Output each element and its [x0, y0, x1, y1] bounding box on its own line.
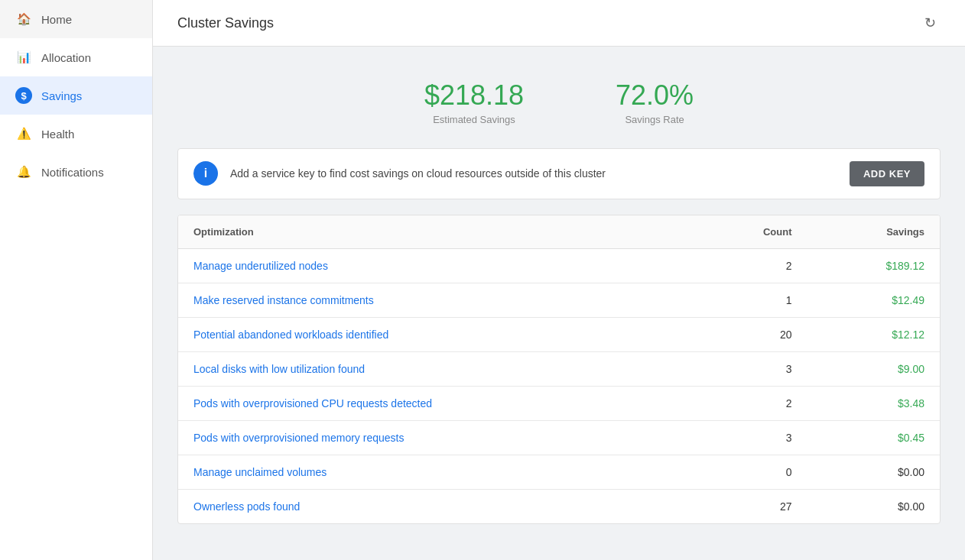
savings-rate-value: 72.0% — [616, 80, 694, 111]
cell-optimization[interactable]: Manage underutilized nodes — [178, 248, 694, 283]
cell-savings: $189.12 — [807, 248, 940, 283]
sidebar-item-notifications-label: Notifications — [41, 166, 104, 179]
cell-optimization[interactable]: Pods with overprovisioned memory request… — [178, 420, 694, 455]
optimization-link[interactable]: Pods with overprovisioned CPU requests d… — [193, 397, 432, 409]
estimated-savings-stat: $218.18 Estimated Savings — [424, 80, 524, 125]
col-header-optimization: Optimization — [178, 215, 694, 249]
cell-savings: $9.00 — [807, 351, 940, 386]
optimizations-table: Optimization Count Savings Manage underu… — [178, 215, 940, 523]
cell-count: 20 — [694, 317, 807, 351]
cell-savings: $12.12 — [807, 317, 940, 351]
table-header: Optimization Count Savings — [178, 215, 940, 249]
savings-rate-stat: 72.0% Savings Rate — [616, 80, 694, 125]
sidebar-item-allocation-label: Allocation — [41, 51, 91, 64]
optimization-link[interactable]: Pods with overprovisioned memory request… — [193, 432, 404, 444]
sidebar-item-health-label: Health — [41, 128, 74, 141]
table-row: Make reserved instance commitments1$12.4… — [178, 283, 940, 317]
cell-optimization[interactable]: Manage unclaimed volumes — [178, 455, 694, 489]
content-area: $218.18 Estimated Savings 72.0% Savings … — [153, 47, 965, 560]
sidebar-item-home[interactable]: 🏠 Home — [0, 0, 152, 38]
table-body: Manage underutilized nodes2$189.12Make r… — [178, 248, 940, 523]
cell-savings: $0.00 — [807, 455, 940, 489]
cell-count: 27 — [694, 489, 807, 523]
page-title: Cluster Savings — [177, 15, 274, 31]
cell-savings: $0.45 — [807, 420, 940, 455]
home-icon: 🏠 — [15, 11, 32, 28]
optimization-link[interactable]: Manage unclaimed volumes — [193, 466, 327, 478]
sidebar: 🏠 Home 📊 Allocation $ Savings ⚠️ Health … — [0, 0, 153, 560]
bell-icon: 🔔 — [15, 163, 32, 180]
estimated-savings-label: Estimated Savings — [424, 114, 524, 125]
cell-count: 0 — [694, 455, 807, 489]
cell-optimization[interactable]: Pods with overprovisioned CPU requests d… — [178, 386, 694, 420]
optimization-link[interactable]: Local disks with low utilization found — [193, 363, 365, 375]
refresh-button[interactable]: ↻ — [919, 12, 941, 34]
info-banner: i Add a service key to find cost savings… — [177, 148, 941, 199]
table-row: Manage unclaimed volumes0$0.00 — [178, 455, 940, 489]
optimization-link[interactable]: Potential abandoned workloads identified — [193, 329, 388, 341]
sidebar-item-savings-label: Savings — [41, 89, 82, 102]
stats-row: $218.18 Estimated Savings 72.0% Savings … — [177, 65, 941, 133]
cell-count: 2 — [694, 248, 807, 283]
cell-savings: $12.49 — [807, 283, 940, 317]
cell-optimization[interactable]: Ownerless pods found — [178, 489, 694, 523]
main-content: Cluster Savings ↻ $218.18 Estimated Savi… — [153, 0, 965, 560]
col-header-count: Count — [694, 215, 807, 249]
cell-savings: $3.48 — [807, 386, 940, 420]
cell-count: 3 — [694, 351, 807, 386]
cell-count: 2 — [694, 386, 807, 420]
estimated-savings-value: $218.18 — [424, 80, 524, 111]
add-key-button[interactable]: ADD KEY — [850, 161, 924, 186]
table-row: Potential abandoned workloads identified… — [178, 317, 940, 351]
table-row: Ownerless pods found27$0.00 — [178, 489, 940, 523]
table-row: Manage underutilized nodes2$189.12 — [178, 248, 940, 283]
cell-optimization[interactable]: Make reserved instance commitments — [178, 283, 694, 317]
cell-count: 3 — [694, 420, 807, 455]
sidebar-item-home-label: Home — [41, 13, 72, 26]
optimization-link[interactable]: Ownerless pods found — [193, 500, 300, 513]
page-header: Cluster Savings ↻ — [153, 0, 965, 47]
cell-optimization[interactable]: Potential abandoned workloads identified — [178, 317, 694, 351]
savings-rate-label: Savings Rate — [616, 114, 694, 125]
table-row: Pods with overprovisioned CPU requests d… — [178, 386, 940, 420]
cell-optimization[interactable]: Local disks with low utilization found — [178, 351, 694, 386]
optimizations-table-container: Optimization Count Savings Manage underu… — [177, 215, 941, 524]
bar-chart-icon: 📊 — [15, 49, 32, 66]
banner-message: Add a service key to find cost savings o… — [230, 167, 837, 180]
info-icon: i — [193, 161, 218, 186]
cell-savings: $0.00 — [807, 489, 940, 523]
optimization-link[interactable]: Manage underutilized nodes — [193, 260, 328, 272]
sidebar-item-allocation[interactable]: 📊 Allocation — [0, 38, 152, 76]
table-row: Pods with overprovisioned memory request… — [178, 420, 940, 455]
sidebar-item-savings[interactable]: $ Savings — [0, 76, 152, 115]
sidebar-item-health[interactable]: ⚠️ Health — [0, 115, 152, 153]
table-row: Local disks with low utilization found3$… — [178, 351, 940, 386]
dollar-icon: $ — [15, 87, 32, 104]
col-header-savings: Savings — [807, 215, 940, 249]
cell-count: 1 — [694, 283, 807, 317]
optimization-link[interactable]: Make reserved instance commitments — [193, 294, 374, 306]
alert-circle-icon: ⚠️ — [15, 125, 32, 142]
sidebar-item-notifications[interactable]: 🔔 Notifications — [0, 153, 152, 191]
